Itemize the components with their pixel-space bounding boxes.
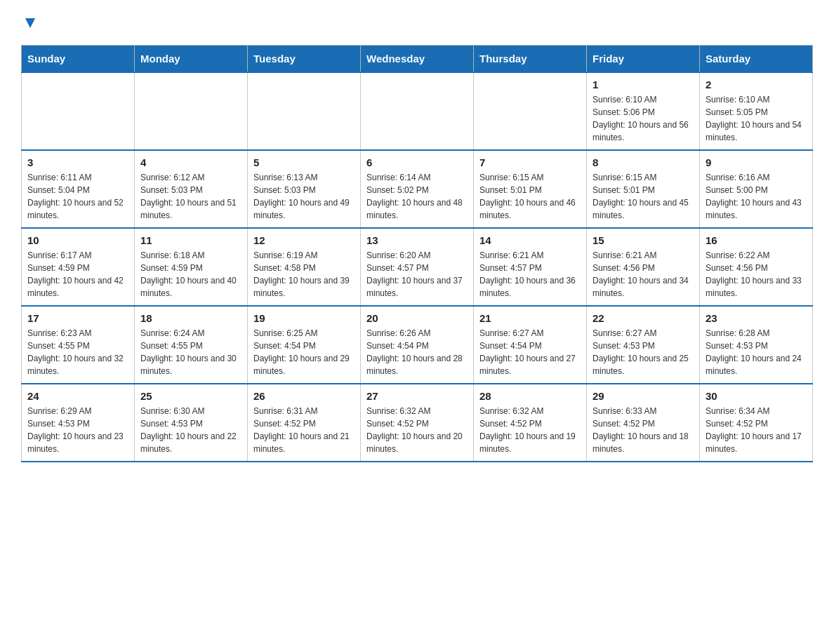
weekday-header-sunday: Sunday xyxy=(22,46,135,73)
day-number: 28 xyxy=(479,390,581,402)
weekday-header-monday: Monday xyxy=(135,46,248,73)
page-header xyxy=(21,14,813,31)
day-number: 7 xyxy=(479,156,581,168)
day-info: Sunrise: 6:20 AM Sunset: 4:57 PM Dayligh… xyxy=(366,249,468,300)
day-number: 17 xyxy=(27,312,128,324)
calendar-cell xyxy=(248,72,361,150)
calendar-cell: 2Sunrise: 6:10 AM Sunset: 5:05 PM Daylig… xyxy=(700,72,813,150)
day-number: 8 xyxy=(593,156,694,168)
day-number: 19 xyxy=(253,312,355,324)
day-info: Sunrise: 6:11 AM Sunset: 5:04 PM Dayligh… xyxy=(27,171,128,222)
calendar-cell: 6Sunrise: 6:14 AM Sunset: 5:02 PM Daylig… xyxy=(361,150,474,228)
calendar-cell: 4Sunrise: 6:12 AM Sunset: 5:03 PM Daylig… xyxy=(135,150,248,228)
calendar-cell: 23Sunrise: 6:28 AM Sunset: 4:53 PM Dayli… xyxy=(700,306,813,384)
day-number: 23 xyxy=(706,312,807,324)
calendar-week-row: 10Sunrise: 6:17 AM Sunset: 4:59 PM Dayli… xyxy=(22,228,813,306)
calendar-week-row: 3Sunrise: 6:11 AM Sunset: 5:04 PM Daylig… xyxy=(22,150,813,228)
logo xyxy=(21,14,38,31)
day-number: 13 xyxy=(366,234,468,246)
day-info: Sunrise: 6:30 AM Sunset: 4:53 PM Dayligh… xyxy=(140,405,241,455)
day-number: 20 xyxy=(366,312,468,324)
calendar-cell: 26Sunrise: 6:31 AM Sunset: 4:52 PM Dayli… xyxy=(248,384,361,462)
day-number: 27 xyxy=(366,390,468,402)
day-number: 10 xyxy=(27,234,128,246)
day-number: 3 xyxy=(27,156,128,168)
day-number: 22 xyxy=(593,312,694,324)
logo-icon xyxy=(21,14,38,31)
day-info: Sunrise: 6:21 AM Sunset: 4:56 PM Dayligh… xyxy=(593,249,694,300)
calendar-cell: 9Sunrise: 6:16 AM Sunset: 5:00 PM Daylig… xyxy=(700,150,813,228)
day-info: Sunrise: 6:23 AM Sunset: 4:55 PM Dayligh… xyxy=(27,327,128,377)
weekday-header-tuesday: Tuesday xyxy=(248,46,361,73)
day-info: Sunrise: 6:10 AM Sunset: 5:05 PM Dayligh… xyxy=(706,93,807,144)
day-number: 14 xyxy=(479,234,581,246)
day-number: 9 xyxy=(706,156,807,168)
day-info: Sunrise: 6:19 AM Sunset: 4:58 PM Dayligh… xyxy=(253,249,355,300)
calendar-cell: 18Sunrise: 6:24 AM Sunset: 4:55 PM Dayli… xyxy=(135,306,248,384)
calendar-cell: 15Sunrise: 6:21 AM Sunset: 4:56 PM Dayli… xyxy=(587,228,700,306)
calendar-cell xyxy=(22,72,135,150)
weekday-header-saturday: Saturday xyxy=(700,46,813,73)
day-info: Sunrise: 6:31 AM Sunset: 4:52 PM Dayligh… xyxy=(253,405,355,455)
calendar-cell: 16Sunrise: 6:22 AM Sunset: 4:56 PM Dayli… xyxy=(700,228,813,306)
calendar-cell: 17Sunrise: 6:23 AM Sunset: 4:55 PM Dayli… xyxy=(22,306,135,384)
day-info: Sunrise: 6:22 AM Sunset: 4:56 PM Dayligh… xyxy=(706,249,807,300)
day-info: Sunrise: 6:15 AM Sunset: 5:01 PM Dayligh… xyxy=(479,171,581,222)
calendar-cell xyxy=(361,72,474,150)
weekday-header-wednesday: Wednesday xyxy=(361,46,474,73)
day-number: 1 xyxy=(593,79,694,90)
calendar-cell: 30Sunrise: 6:34 AM Sunset: 4:52 PM Dayli… xyxy=(700,384,813,462)
day-info: Sunrise: 6:27 AM Sunset: 4:53 PM Dayligh… xyxy=(593,327,694,377)
calendar-cell: 8Sunrise: 6:15 AM Sunset: 5:01 PM Daylig… xyxy=(587,150,700,228)
calendar-cell: 22Sunrise: 6:27 AM Sunset: 4:53 PM Dayli… xyxy=(587,306,700,384)
day-info: Sunrise: 6:18 AM Sunset: 4:59 PM Dayligh… xyxy=(140,249,241,300)
day-info: Sunrise: 6:12 AM Sunset: 5:03 PM Dayligh… xyxy=(140,171,241,222)
calendar-cell: 3Sunrise: 6:11 AM Sunset: 5:04 PM Daylig… xyxy=(22,150,135,228)
calendar-cell: 19Sunrise: 6:25 AM Sunset: 4:54 PM Dayli… xyxy=(248,306,361,384)
calendar-cell: 5Sunrise: 6:13 AM Sunset: 5:03 PM Daylig… xyxy=(248,150,361,228)
day-info: Sunrise: 6:10 AM Sunset: 5:06 PM Dayligh… xyxy=(593,93,694,144)
day-number: 24 xyxy=(27,390,128,402)
calendar-cell: 12Sunrise: 6:19 AM Sunset: 4:58 PM Dayli… xyxy=(248,228,361,306)
calendar-cell: 20Sunrise: 6:26 AM Sunset: 4:54 PM Dayli… xyxy=(361,306,474,384)
day-number: 29 xyxy=(593,390,694,402)
calendar-cell: 13Sunrise: 6:20 AM Sunset: 4:57 PM Dayli… xyxy=(361,228,474,306)
day-info: Sunrise: 6:17 AM Sunset: 4:59 PM Dayligh… xyxy=(27,249,128,300)
day-info: Sunrise: 6:29 AM Sunset: 4:53 PM Dayligh… xyxy=(27,405,128,455)
day-info: Sunrise: 6:16 AM Sunset: 5:00 PM Dayligh… xyxy=(706,171,807,222)
day-number: 2 xyxy=(706,79,807,90)
day-info: Sunrise: 6:13 AM Sunset: 5:03 PM Dayligh… xyxy=(253,171,355,222)
day-info: Sunrise: 6:33 AM Sunset: 4:52 PM Dayligh… xyxy=(593,405,694,455)
day-number: 21 xyxy=(479,312,581,324)
calendar-week-row: 17Sunrise: 6:23 AM Sunset: 4:55 PM Dayli… xyxy=(22,306,813,384)
day-info: Sunrise: 6:32 AM Sunset: 4:52 PM Dayligh… xyxy=(366,405,468,455)
day-number: 11 xyxy=(140,234,241,246)
calendar-cell: 28Sunrise: 6:32 AM Sunset: 4:52 PM Dayli… xyxy=(474,384,587,462)
day-number: 6 xyxy=(366,156,468,168)
calendar-week-row: 1Sunrise: 6:10 AM Sunset: 5:06 PM Daylig… xyxy=(22,72,813,150)
calendar-header-row: SundayMondayTuesdayWednesdayThursdayFrid… xyxy=(22,46,813,73)
day-info: Sunrise: 6:15 AM Sunset: 5:01 PM Dayligh… xyxy=(593,171,694,222)
day-info: Sunrise: 6:26 AM Sunset: 4:54 PM Dayligh… xyxy=(366,327,468,377)
calendar-cell xyxy=(135,72,248,150)
calendar-cell: 27Sunrise: 6:32 AM Sunset: 4:52 PM Dayli… xyxy=(361,384,474,462)
calendar-cell: 10Sunrise: 6:17 AM Sunset: 4:59 PM Dayli… xyxy=(22,228,135,306)
weekday-header-friday: Friday xyxy=(587,46,700,73)
calendar-table: SundayMondayTuesdayWednesdayThursdayFrid… xyxy=(21,45,813,462)
svg-marker-0 xyxy=(25,18,35,28)
calendar-cell: 11Sunrise: 6:18 AM Sunset: 4:59 PM Dayli… xyxy=(135,228,248,306)
day-number: 30 xyxy=(706,390,807,402)
calendar-cell: 29Sunrise: 6:33 AM Sunset: 4:52 PM Dayli… xyxy=(587,384,700,462)
calendar-cell: 25Sunrise: 6:30 AM Sunset: 4:53 PM Dayli… xyxy=(135,384,248,462)
day-info: Sunrise: 6:27 AM Sunset: 4:54 PM Dayligh… xyxy=(479,327,581,377)
day-info: Sunrise: 6:28 AM Sunset: 4:53 PM Dayligh… xyxy=(706,327,807,377)
day-number: 12 xyxy=(253,234,355,246)
day-number: 16 xyxy=(706,234,807,246)
day-info: Sunrise: 6:21 AM Sunset: 4:57 PM Dayligh… xyxy=(479,249,581,300)
day-info: Sunrise: 6:14 AM Sunset: 5:02 PM Dayligh… xyxy=(366,171,468,222)
calendar-cell: 7Sunrise: 6:15 AM Sunset: 5:01 PM Daylig… xyxy=(474,150,587,228)
day-number: 18 xyxy=(140,312,241,324)
calendar-cell: 14Sunrise: 6:21 AM Sunset: 4:57 PM Dayli… xyxy=(474,228,587,306)
day-number: 25 xyxy=(140,390,241,402)
logo-triangle-icon xyxy=(22,15,38,31)
